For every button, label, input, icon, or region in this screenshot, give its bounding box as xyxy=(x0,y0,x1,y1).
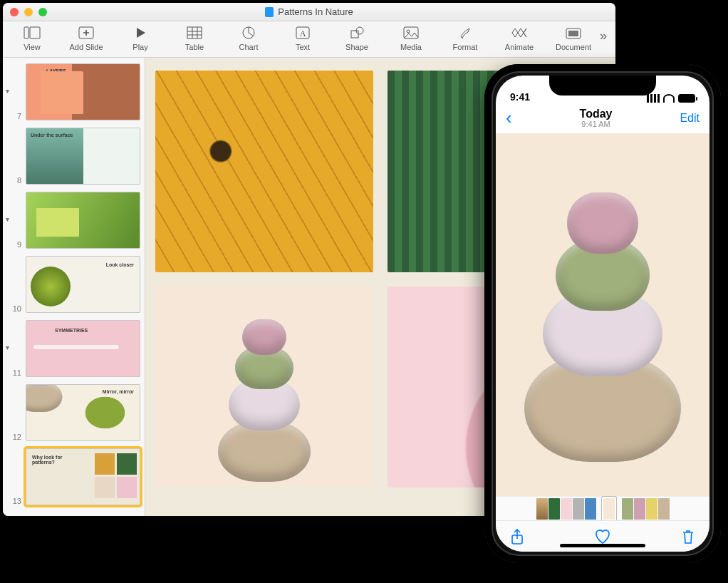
header-title: Today xyxy=(580,108,613,120)
delete-button[interactable] xyxy=(681,528,695,545)
slide-thumb-11[interactable]: ▾ 11 SYMMETRIES xyxy=(10,320,140,377)
format-brush-icon xyxy=(455,26,475,40)
chevron-down-icon[interactable]: ▾ xyxy=(6,215,9,223)
shape-button[interactable]: Shape xyxy=(339,26,375,51)
table-label: Table xyxy=(185,43,204,51)
slide-thumbnail[interactable]: LAYERS xyxy=(26,63,140,120)
share-button[interactable] xyxy=(510,528,524,545)
media-button[interactable]: Media xyxy=(393,26,429,51)
slide-thumbnail[interactable]: Mirror, mirror xyxy=(26,384,140,441)
favorite-button[interactable] xyxy=(593,528,612,545)
thumb-title: Under the surface xyxy=(31,133,73,138)
slide-thumb-9[interactable]: ▾ 9 FRACTALS xyxy=(10,192,140,249)
chart-label: Chart xyxy=(239,43,259,51)
slide-number: 9 xyxy=(10,240,21,249)
view-button[interactable]: View xyxy=(14,26,50,51)
media-label: Media xyxy=(400,43,422,51)
slide-navigator[interactable]: ▾ 7 LAYERS 8 Under the surface ▾ 9 FRAC xyxy=(3,58,145,516)
iphone-screen: 9:41 ‹ Today 9:41 AM Edit xyxy=(496,76,709,552)
back-button[interactable]: ‹ xyxy=(506,107,512,129)
toolbar-overflow-button[interactable]: » xyxy=(600,29,607,43)
photo-urchin-stack[interactable] xyxy=(155,287,373,488)
slide-thumb-8[interactable]: 8 Under the surface xyxy=(10,128,140,185)
table-button[interactable]: Table xyxy=(177,26,212,51)
keynote-document-icon xyxy=(265,7,274,17)
slide-thumb-7[interactable]: ▾ 7 LAYERS xyxy=(10,63,140,120)
chart-button[interactable]: Chart xyxy=(231,26,266,51)
svg-point-10 xyxy=(407,30,410,33)
status-time: 9:41 xyxy=(510,91,530,103)
slide-thumbnail[interactable]: Under the surface xyxy=(26,128,140,185)
thumb-title: FRACTALS xyxy=(41,211,67,216)
scrubber-thumb[interactable] xyxy=(646,498,657,520)
scrubber-thumb[interactable] xyxy=(585,498,596,520)
scrubber-thumb[interactable] xyxy=(561,498,572,520)
format-label: Format xyxy=(453,43,478,51)
slide-number: 7 xyxy=(10,112,21,120)
header-subtitle: 9:41 AM xyxy=(580,120,613,128)
window-title: Patterns In Nature xyxy=(3,6,615,17)
animate-button[interactable]: Animate xyxy=(501,26,537,51)
titlebar: Patterns In Nature xyxy=(3,3,615,21)
play-button[interactable]: Play xyxy=(123,26,158,51)
chevron-down-icon[interactable]: ▾ xyxy=(6,87,9,95)
iphone-device: 9:41 ‹ Today 9:41 AM Edit xyxy=(484,64,721,563)
view-label: View xyxy=(24,43,41,51)
svg-rect-7 xyxy=(351,31,358,38)
signal-icon xyxy=(647,94,660,103)
home-indicator[interactable] xyxy=(560,544,645,547)
photo-scrubber[interactable] xyxy=(496,496,709,520)
slide-thumb-10[interactable]: 10 Look closer xyxy=(10,256,140,313)
shape-icon xyxy=(347,26,367,40)
slide-thumbnail[interactable]: Look closer xyxy=(26,256,140,313)
svg-rect-12 xyxy=(568,31,578,36)
svg-rect-1 xyxy=(30,27,40,38)
scrubber-thumb[interactable] xyxy=(536,498,548,520)
svg-text:A: A xyxy=(300,29,306,38)
slide-number: 13 xyxy=(10,497,21,505)
scrubber-thumb-active[interactable] xyxy=(603,498,615,520)
slide-number: 12 xyxy=(10,433,21,441)
scrubber-thumb[interactable] xyxy=(548,498,560,520)
shape-label: Shape xyxy=(345,43,368,51)
plus-icon xyxy=(76,26,96,40)
view-icon xyxy=(22,26,42,40)
scrubber-thumb[interactable] xyxy=(634,498,645,520)
slide-thumbnail[interactable]: Why look for patterns? xyxy=(26,448,140,505)
photos-header: ‹ Today 9:41 AM Edit xyxy=(496,104,709,133)
scrubber-thumb[interactable] xyxy=(622,498,633,520)
scrubber-thumb[interactable] xyxy=(658,498,670,520)
thumb-title: Look closer xyxy=(106,262,134,267)
text-icon: A xyxy=(293,26,313,40)
add-slide-button[interactable]: Add Slide xyxy=(68,26,104,51)
play-label: Play xyxy=(132,43,147,51)
media-icon xyxy=(401,26,421,40)
svg-rect-3 xyxy=(187,27,202,38)
photo-honeycomb[interactable] xyxy=(155,71,373,272)
chart-icon xyxy=(239,26,259,40)
document-button[interactable]: Document xyxy=(556,26,591,51)
slide-number: 10 xyxy=(10,304,21,313)
add-slide-label: Add Slide xyxy=(69,43,103,51)
text-button[interactable]: A Text xyxy=(285,26,321,51)
thumb-title: Mirror, mirror xyxy=(103,389,134,394)
table-icon xyxy=(184,26,204,40)
thumb-title: SYMMETRIES xyxy=(55,328,88,333)
slide-thumbnail[interactable]: SYMMETRIES xyxy=(26,320,140,377)
animate-icon xyxy=(509,26,529,40)
slide-number: 11 xyxy=(10,368,21,377)
slide-thumb-12[interactable]: 12 Mirror, mirror xyxy=(10,384,140,441)
battery-icon xyxy=(678,94,695,103)
edit-button[interactable]: Edit xyxy=(680,112,700,125)
toolbar: View Add Slide Play Table Chart xyxy=(3,21,615,58)
header-title-group: Today 9:41 AM xyxy=(580,108,613,129)
slide-number: 8 xyxy=(10,176,21,185)
slide-thumbnail[interactable]: FRACTALS xyxy=(26,192,140,249)
chevron-down-icon[interactable]: ▾ xyxy=(6,344,9,351)
format-button[interactable]: Format xyxy=(447,26,483,51)
photo-view[interactable] xyxy=(496,133,709,496)
text-label: Text xyxy=(296,43,310,51)
slide-thumb-13[interactable]: 13 Why look for patterns? xyxy=(10,448,140,505)
scrubber-thumb[interactable] xyxy=(573,498,584,520)
thumb-title: LAYERS xyxy=(46,68,66,73)
